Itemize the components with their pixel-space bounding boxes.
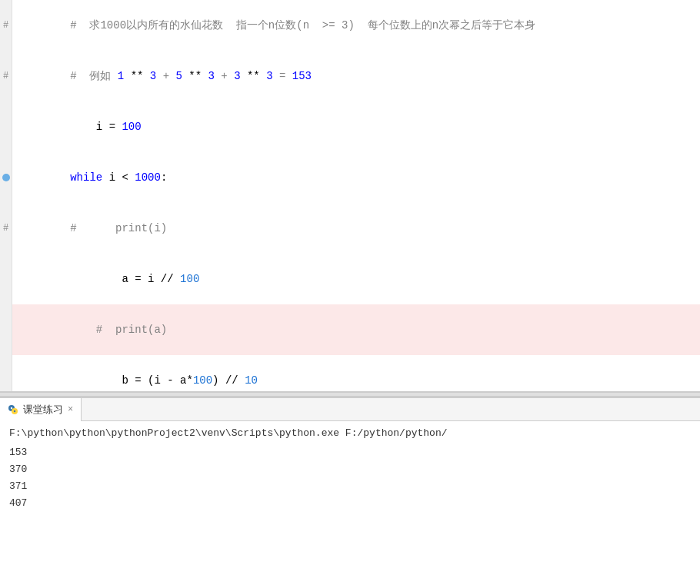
line-content-5: # print(i) — [12, 203, 700, 254]
code-line-6: a = i // 100 — [0, 254, 700, 304]
terminal-tab-label: 课堂练习 — [23, 403, 63, 417]
editor-area: # # 求1000以内所有的水仙花数 指一个n位数(n >= 3) 每个位数上的… — [0, 0, 700, 392]
line-content-1: # 求1000以内所有的水仙花数 指一个n位数(n >= 3) 每个位数上的n次… — [12, 0, 700, 51]
code-line-8: b = (i - a*100) // 10 — [0, 355, 700, 392]
gutter-5: # — [0, 203, 12, 254]
terminal-content: F:\python\python\pythonProject2\venv\Scr… — [0, 421, 700, 588]
line-content-3: i = 100 — [12, 101, 700, 152]
terminal-output-4: 407 — [9, 495, 691, 512]
comment-text-1: # 求1000以内所有的水仙花数 指一个n位数(n >= 3) 每个位数上的n次… — [70, 19, 535, 32]
line-content-8: b = (i - a*100) // 10 — [12, 355, 700, 392]
gutter-2: # — [0, 51, 12, 101]
terminal-path: F:\python\python\pythonProject2\venv\Scr… — [9, 426, 691, 441]
terminal-output-3: 371 — [9, 478, 691, 495]
code-line-4: while i < 1000: — [0, 152, 700, 203]
code-line-2: # # 例如 1 ** 3 + 5 ** 3 + 3 ** 3 = 153 — [0, 51, 700, 101]
code-line-5: # # print(i) — [0, 203, 700, 254]
terminal-output-1: 153 — [9, 444, 691, 461]
svg-point-3 — [14, 410, 15, 411]
python-svg-icon — [8, 404, 18, 415]
svg-point-2 — [11, 407, 12, 408]
breakpoint-icon-4 — [2, 174, 10, 181]
line-content-6: a = i // 100 — [12, 254, 700, 304]
code-line-7: # print(a) — [0, 304, 700, 355]
gutter-1: # — [0, 0, 12, 51]
gutter-3 — [0, 101, 12, 152]
terminal-tab-close[interactable]: × — [68, 404, 73, 415]
gutter-4 — [0, 152, 12, 203]
gutter-6 — [0, 254, 12, 304]
line-content-7: # print(a) — [12, 304, 700, 355]
terminal-container: 课堂练习 × F:\python\python\pythonProject2\v… — [0, 397, 700, 588]
code-line-1: # # 求1000以内所有的水仙花数 指一个n位数(n >= 3) 每个位数上的… — [0, 0, 700, 51]
terminal-tab-bar: 课堂练习 × — [0, 398, 700, 421]
terminal-tab[interactable]: 课堂练习 × — [0, 398, 82, 421]
code-container: # # 求1000以内所有的水仙花数 指一个n位数(n >= 3) 每个位数上的… — [0, 0, 700, 392]
gutter-8 — [0, 355, 12, 392]
terminal-output-2: 370 — [9, 461, 691, 478]
gutter-7 — [0, 304, 12, 355]
comment-text-2: # 例如 1 ** 3 + 5 ** 3 + 3 ** 3 = 153 — [70, 70, 312, 82]
python-icon — [8, 404, 18, 415]
code-line-3: i = 100 — [0, 101, 700, 152]
line-content-2: # 例如 1 ** 3 + 5 ** 3 + 3 ** 3 = 153 — [12, 51, 700, 101]
line-content-4: while i < 1000: — [12, 152, 700, 203]
